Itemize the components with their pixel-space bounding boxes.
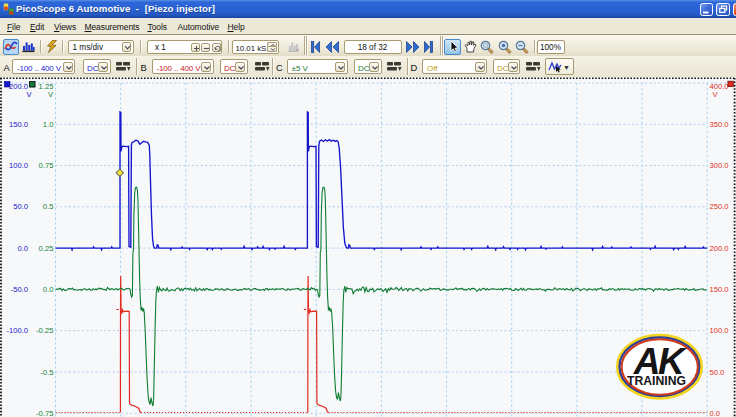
svg-text:50.0: 50.0	[13, 202, 28, 211]
svg-text:-50.0: -50.0	[11, 285, 28, 294]
svg-text:150.0: 150.0	[9, 120, 28, 129]
svg-text:TRAINING: TRAINING	[627, 374, 686, 388]
svg-text:1.0: 1.0	[43, 120, 54, 129]
svg-text:300.0: 300.0	[710, 161, 729, 170]
svg-text:0.0: 0.0	[43, 285, 54, 294]
svg-text:100.0: 100.0	[9, 161, 28, 170]
svg-text:200.0: 200.0	[710, 244, 729, 253]
svg-text:350.0: 350.0	[710, 120, 729, 129]
svg-text:-0.25: -0.25	[36, 326, 53, 335]
svg-text:-0.75: -0.75	[36, 409, 53, 417]
svg-text:250.0: 250.0	[710, 202, 729, 211]
svg-text:0.0: 0.0	[17, 244, 28, 253]
svg-text:100.0: 100.0	[710, 326, 729, 335]
svg-text:200.0: 200.0	[9, 82, 28, 91]
svg-text:0.5: 0.5	[43, 202, 54, 211]
svg-text:50.0: 50.0	[710, 368, 725, 377]
svg-text:0.75: 0.75	[39, 161, 54, 170]
svg-text:0.0: 0.0	[710, 409, 721, 417]
svg-text:0.25: 0.25	[39, 244, 54, 253]
svg-text:-0.5: -0.5	[40, 368, 53, 377]
svg-text:150.0: 150.0	[710, 285, 729, 294]
svg-text:-100.0: -100.0	[6, 326, 28, 335]
